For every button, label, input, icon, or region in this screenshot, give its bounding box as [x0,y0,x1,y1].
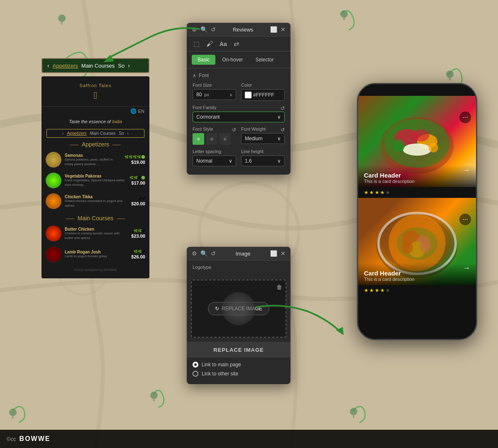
card1-overlay: Card Header This is a card description [358,165,476,187]
font-size-input[interactable]: 80 px ∨ [193,89,236,100]
link-other-radio[interactable] [193,371,198,377]
lamb-name: Lamb Rogan Josh [65,250,128,254]
nav-item-so[interactable]: So [118,63,124,69]
inner-nav-prev[interactable]: ‹ [62,131,63,136]
star3: ★ [375,190,379,195]
menu-nav-inner[interactable]: ‹ Appetizers Main Courses So › [46,129,144,138]
font-family-chevron: ∨ [277,114,281,120]
tikka-price: $20.00 [131,201,145,206]
font-family-value: Cormorant [196,114,220,120]
card1-more-btn[interactable]: ··· [459,112,471,123]
letter-spacing-chevron: ∨ [229,158,232,164]
shuffle-icon[interactable]: ⇄ [234,40,239,48]
search-icon[interactable]: 🔍 [200,26,208,33]
brush-icon[interactable]: 🖌 [206,40,213,48]
link-main-radio[interactable] [193,362,198,368]
menu-tagline: Taste the essence of India [42,116,149,127]
delete-icon[interactable]: 🗑 [276,284,282,290]
map-dot [58,15,66,22]
font-size-label: Font Size [193,83,236,88]
text-icon[interactable]: Aa [220,41,227,47]
link-main-label: Link to main page [202,362,241,368]
maximize-icon[interactable]: ⬜ [270,26,277,33]
menu-item-butter: Butter Chicken Chicken in creamy tomato … [42,223,149,244]
align-left-btn[interactable]: ≡ [193,133,204,145]
lamb-desc: Lamb in yogurt-tomato gravy [65,254,128,258]
font-size-value: 80 [196,92,202,97]
image-drop-zone[interactable]: 🗑 ↻ REPLACE IMAGE [191,280,286,338]
font-family-field: Font Family ↺ Cormorant ∨ [193,105,285,122]
svg-point-8 [403,144,432,156]
font-family-label: Font Family [193,105,216,110]
color-input[interactable]: #FFFFFF [241,89,285,101]
phone-mockup: ··· Card Header This is a card descripti… [357,83,477,340]
align-center-btn[interactable]: ≡ [206,133,217,145]
card2-more-btn[interactable]: ··· [459,214,471,225]
map-dot [350,408,357,415]
chevron-up-icon: ∧ [193,73,196,78]
pakoras-img [46,173,61,188]
font-weight-chevron: ∨ [277,136,281,141]
undo-icon[interactable]: ↺ [211,26,216,33]
font-style-label: Font Style [193,127,213,131]
lamb-icons: 🌿🌿🌶 [134,250,145,253]
image-undo-icon[interactable]: ↺ [211,250,216,257]
svg-point-20 [397,227,437,260]
tab-selector[interactable]: Selector [249,55,279,65]
image-panel-title: Image [219,251,267,257]
image-panel: ⚙ 🔍 ↺ Image ⬜ ✕ Logotype 🗑 ↻ REPLACE IMA… [187,247,290,384]
align-right-btn[interactable]: ≡ [219,133,231,145]
inner-nav-next[interactable]: › [127,131,129,136]
card2-arrow[interactable]: → [463,264,470,273]
link-main-page-option[interactable]: Link to main page [193,362,285,368]
tab-basic[interactable]: Basic [192,55,215,65]
inner-nav-appetizers[interactable]: Appetizers [67,131,86,136]
card1-stars: ★ ★ ★ ★ ★ [358,187,476,198]
menu-nav-bar[interactable]: ‹ Appetizers Main Courses So › [42,58,149,73]
replace-image-bar[interactable]: REPLACE IMAGE [187,342,290,358]
image-close-icon[interactable]: ✕ [281,250,286,257]
frame-icon[interactable]: ⬚ [193,40,200,48]
inner-nav-main[interactable]: Main Courses [90,131,116,136]
card2-star5: ★ [386,287,390,293]
image-maximize-icon[interactable]: ⬜ [270,250,277,257]
settings-icon[interactable]: ⚙ [192,26,197,33]
image-header-right-icons: ⬜ ✕ [270,250,286,257]
card1-desc: This is a card description [364,179,470,184]
letter-spacing-field: Letter spacing Normal ∨ [193,149,236,166]
font-style-reset-icon[interactable]: ↺ [232,127,236,133]
font-weight-value: Medium [245,136,263,141]
replace-bar-label: REPLACE IMAGE [213,347,264,353]
nav-next-arrow[interactable]: › [128,62,130,69]
color-swatch [245,92,251,98]
lamb-img [46,246,61,262]
card2-stars: ★ ★ ★ ★ ★ [358,285,476,296]
nav-prev-arrow[interactable]: ‹ [47,62,49,69]
nav-item-main[interactable]: Main Courses [81,63,115,69]
font-section-title[interactable]: ∧ Font [193,73,285,78]
font-weight-reset-icon[interactable]: ↺ [281,127,285,133]
butter-name: Butter Chicken [65,227,128,231]
menu-item-pakoras: Vegetable Pakoras Fried vegetables, Spic… [42,170,149,191]
lang-label: EN [138,109,144,114]
font-family-reset-icon[interactable]: ↺ [281,105,285,111]
image-settings-icon[interactable]: ⚙ [192,250,197,257]
bottom-bar: ©cc BOWWE [0,430,498,448]
link-other-site-option[interactable]: Link to other site [193,371,285,377]
phone-content: ··· Card Header This is a card descripti… [358,84,476,339]
image-search-icon[interactable]: 🔍 [200,250,208,257]
phone-card-2: ··· Card Header This is a card descripti… [358,198,476,285]
card1-arrow[interactable]: → [463,166,470,175]
line-height-select[interactable]: 1.6 ∨ [241,156,285,166]
font-weight-select[interactable]: Medium ∨ [241,133,285,144]
inner-nav-so[interactable]: So [119,131,124,136]
pakoras-icons: 🌿🌿🌶🟢 [129,176,145,180]
font-family-select[interactable]: Cormorant ∨ [193,112,285,122]
tab-on-hover[interactable]: On-hover [216,55,249,65]
reviews-header-icons: ⚙ 🔍 ↺ [192,26,216,33]
butter-desc: Chicken in creamy tomato sauce with butt… [65,231,128,240]
close-icon[interactable]: ✕ [281,26,286,33]
nav-item-appetizers[interactable]: Appetizers [53,63,78,69]
menu-item-samosas: Samosas Spiced potatoes, peas, stuffed i… [42,149,149,170]
letter-spacing-select[interactable]: Normal ∨ [193,156,236,166]
